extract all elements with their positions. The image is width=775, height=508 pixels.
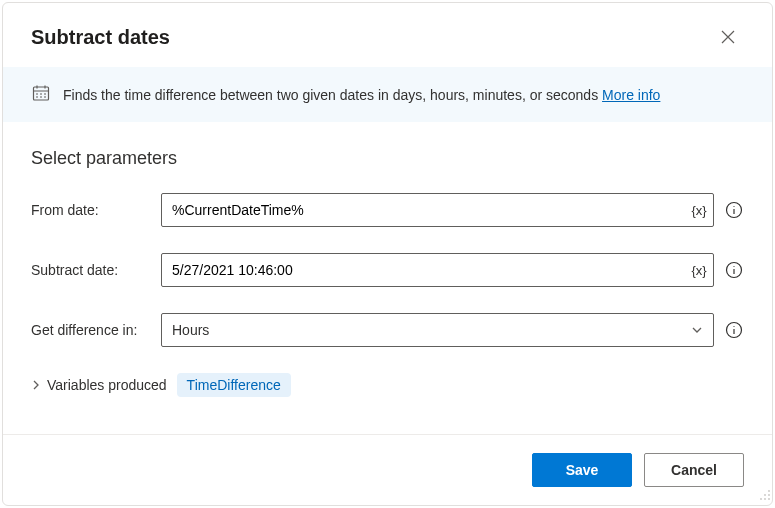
label-subtract-date: Subtract date: bbox=[31, 262, 161, 278]
subtract-date-input-wrap: {x} bbox=[161, 253, 714, 287]
info-banner: Finds the time difference between two gi… bbox=[3, 67, 772, 122]
save-button[interactable]: Save bbox=[532, 453, 632, 487]
label-from-date: From date: bbox=[31, 202, 161, 218]
variables-produced-row: Variables produced TimeDifference bbox=[31, 373, 744, 397]
get-difference-value: Hours bbox=[162, 314, 681, 346]
variables-produced-label: Variables produced bbox=[47, 377, 167, 393]
more-info-link[interactable]: More info bbox=[602, 87, 660, 103]
subtract-date-info-button[interactable] bbox=[724, 260, 744, 280]
label-get-difference: Get difference in: bbox=[31, 322, 161, 338]
svg-point-15 bbox=[733, 266, 734, 267]
row-from-date: From date: {x} bbox=[31, 193, 744, 227]
from-date-info-button[interactable] bbox=[724, 200, 744, 220]
close-icon bbox=[721, 30, 735, 44]
calendar-icon bbox=[31, 83, 51, 106]
get-difference-info-button[interactable] bbox=[724, 320, 744, 340]
chevron-right-icon bbox=[31, 377, 41, 393]
svg-point-12 bbox=[733, 206, 734, 207]
info-description: Finds the time difference between two gi… bbox=[63, 87, 598, 103]
dialog-title: Subtract dates bbox=[31, 26, 170, 49]
get-difference-select[interactable]: Hours bbox=[161, 313, 714, 347]
info-banner-text: Finds the time difference between two gi… bbox=[63, 87, 660, 103]
dialog-header: Subtract dates bbox=[3, 3, 772, 67]
close-button[interactable] bbox=[712, 21, 744, 53]
info-icon bbox=[725, 201, 743, 219]
section-title: Select parameters bbox=[31, 148, 744, 169]
variable-chip-timedifference[interactable]: TimeDifference bbox=[177, 373, 291, 397]
subtract-date-variable-picker[interactable]: {x} bbox=[685, 254, 713, 286]
info-icon bbox=[725, 261, 743, 279]
variables-produced-expander[interactable]: Variables produced bbox=[31, 377, 167, 393]
from-date-variable-picker[interactable]: {x} bbox=[685, 194, 713, 226]
from-date-input[interactable] bbox=[162, 194, 685, 226]
chevron-down-icon bbox=[691, 324, 703, 336]
row-subtract-date: Subtract date: {x} bbox=[31, 253, 744, 287]
info-icon bbox=[725, 321, 743, 339]
subtract-date-input[interactable] bbox=[162, 254, 685, 286]
dialog-footer: Save Cancel bbox=[3, 434, 772, 505]
cancel-button[interactable]: Cancel bbox=[644, 453, 744, 487]
subtract-dates-dialog: Subtract dates Finds the time difference… bbox=[2, 2, 773, 506]
get-difference-dropdown-toggle[interactable] bbox=[681, 314, 713, 346]
row-get-difference: Get difference in: Hours bbox=[31, 313, 744, 347]
svg-point-18 bbox=[733, 326, 734, 327]
from-date-input-wrap: {x} bbox=[161, 193, 714, 227]
dialog-body: Select parameters From date: {x} Subtrac… bbox=[3, 122, 772, 434]
